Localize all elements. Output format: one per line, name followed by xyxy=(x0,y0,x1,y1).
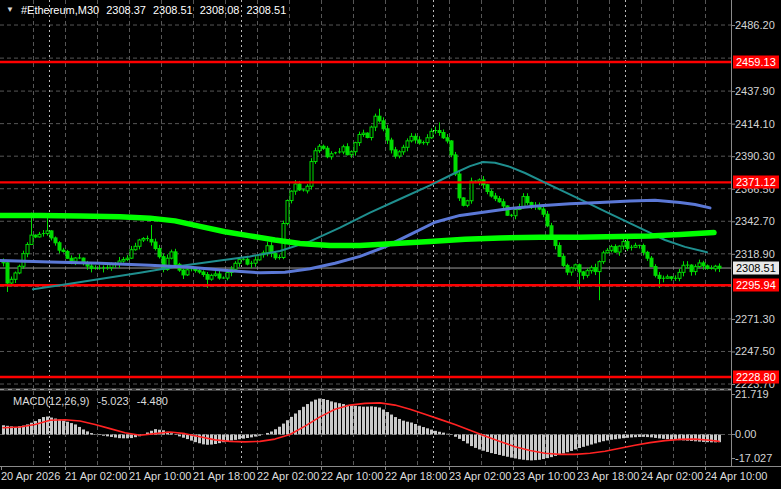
current-price-label: 2308.51 xyxy=(733,262,779,275)
price-level-label: 2459.13 xyxy=(733,56,779,69)
ohlc-open: 2308.37 xyxy=(106,4,146,16)
price-axis-label: 2486.20 xyxy=(735,19,775,31)
price-axis-label: 2318.90 xyxy=(735,248,775,260)
macd-signal-value: -4.480 xyxy=(137,395,168,407)
time-axis-label: 21 Apr 18:00 xyxy=(193,470,255,482)
time-axis-label: 24 Apr 10:00 xyxy=(705,470,767,482)
price-level-label: 2228.80 xyxy=(733,371,779,384)
price-level-label: 2295.94 xyxy=(733,279,779,292)
price-axis-label: 2437.90 xyxy=(735,85,775,97)
macd-value: -5.023 xyxy=(97,395,128,407)
candles xyxy=(2,109,721,300)
price-axis-label: 2390.30 xyxy=(735,150,775,162)
time-axis-label: 24 Apr 02:00 xyxy=(641,470,703,482)
ohlc-low: 2308.08 xyxy=(200,4,240,16)
macd-indicator-label: MACD(12,26,9) -5.023 -4.480 xyxy=(13,395,173,407)
macd-scale-label: 0.00 xyxy=(735,428,756,440)
price-level-label: 2371.12 xyxy=(733,176,779,189)
time-axis-label: 23 Apr 10:00 xyxy=(513,470,575,482)
price-axis-label: 2271.30 xyxy=(735,313,775,325)
time-axis-label: 20 Apr 2026 xyxy=(1,470,60,482)
price-chart-canvas[interactable] xyxy=(0,0,781,489)
ma-teal-line xyxy=(33,162,707,289)
time-axis-label: 23 Apr 18:00 xyxy=(577,470,639,482)
macd-name: MACD(12,26,9) xyxy=(13,395,89,407)
chart-symbol-header: ▼ #Ethereum,M30 2308.37 2308.51 2308.08 … xyxy=(6,3,293,16)
time-axis-label: 22 Apr 10:00 xyxy=(321,470,383,482)
macd-scale-label: -17.027 xyxy=(735,452,772,464)
time-axis-label: 22 Apr 02:00 xyxy=(257,470,319,482)
time-axis-label: 21 Apr 02:00 xyxy=(65,470,127,482)
price-axis-label: 2247.50 xyxy=(735,345,775,357)
symbol-title: #Ethereum,M30 xyxy=(21,4,99,16)
time-axis-label: 23 Apr 02:00 xyxy=(449,470,511,482)
symbol-dropdown-icon[interactable]: ▼ xyxy=(6,5,14,14)
mt4-chart-window: ▼ #Ethereum,M30 2308.37 2308.51 2308.08 … xyxy=(0,0,781,489)
ohlc-high: 2308.51 xyxy=(153,4,193,16)
ohlc-close: 2308.51 xyxy=(246,4,286,16)
time-axis-label: 22 Apr 18:00 xyxy=(385,470,447,482)
price-axis-label: 2414.10 xyxy=(735,118,775,130)
price-axis-label: 2342.70 xyxy=(735,215,775,227)
macd-scale-label: 21.719 xyxy=(735,388,769,400)
time-axis-label: 21 Apr 10:00 xyxy=(129,470,191,482)
